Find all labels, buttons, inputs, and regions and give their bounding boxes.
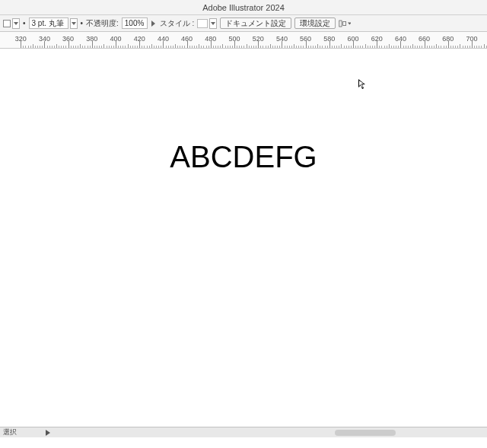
options-bar: • • 不透明度: スタイル : ドキュメント設定 環境設定 [0, 15, 487, 32]
preferences-button[interactable]: 環境設定 [294, 17, 336, 29]
ruler-tick-label: 360 [62, 35, 74, 43]
align-icon [339, 19, 347, 28]
ruler-tick-label: 380 [86, 35, 97, 43]
opacity-label: 不透明度: [86, 18, 119, 29]
fill-swatch-icon [3, 20, 11, 27]
chevron-down-icon [211, 22, 215, 25]
chevron-right-icon [151, 21, 155, 27]
ruler-tick-label: 560 [300, 35, 311, 43]
ruler-tick-label: 620 [371, 35, 383, 43]
ruler-tick-label: 580 [323, 35, 335, 43]
stroke-weight-dropdown[interactable] [70, 18, 78, 29]
ruler-tick-label: 320 [15, 35, 27, 43]
ruler-tick-label: 700 [466, 35, 477, 43]
ruler-tick-label: 440 [158, 35, 169, 43]
svg-rect-0 [339, 20, 342, 26]
status-bar: 選択 [0, 427, 487, 437]
ruler-tick-label: 540 [276, 35, 288, 43]
style-swatch-control[interactable] [197, 18, 217, 29]
bullet-sep: • [23, 19, 26, 27]
ruler-tick-label: 680 [442, 35, 454, 43]
ruler-tick-label: 460 [181, 35, 193, 43]
fill-swatch-control[interactable] [3, 18, 20, 29]
document-setup-button[interactable]: ドキュメント設定 [220, 17, 291, 29]
ruler-tick-label: 520 [253, 35, 264, 43]
stroke-weight-control[interactable] [29, 17, 78, 29]
opacity-popup-chevron[interactable] [151, 18, 157, 29]
ruler-ticks: 3203403603804004204404604805005205405605… [0, 32, 487, 49]
cursor-icon [358, 79, 366, 90]
canvas[interactable]: ABCDEFG [0, 49, 487, 437]
horizontal-ruler[interactable]: 3203403603804004204404604805005205405605… [0, 32, 487, 49]
stroke-weight-field[interactable] [29, 17, 68, 29]
style-swatch-icon [197, 19, 208, 28]
app-title: Adobe Illustrator 2024 [202, 3, 285, 12]
opacity-field[interactable] [122, 17, 148, 29]
ruler-tick-label: 500 [228, 35, 240, 43]
ruler-tick-label: 660 [419, 35, 430, 43]
doc-setup-label: ドキュメント設定 [225, 18, 286, 29]
style-label: スタイル : [160, 18, 195, 29]
ruler-tick-label: 640 [395, 35, 406, 43]
status-play-button[interactable] [46, 430, 53, 436]
ruler-tick-label: 400 [110, 35, 121, 43]
chevron-down-icon [14, 22, 18, 25]
ruler-tick-label: 420 [134, 35, 145, 43]
prefs-label: 環境設定 [300, 18, 330, 29]
chevron-down-icon [72, 22, 76, 25]
play-icon [46, 430, 50, 436]
svg-rect-1 [343, 21, 346, 25]
style-dropdown[interactable] [209, 18, 217, 29]
align-to-control[interactable] [339, 17, 351, 29]
ruler-tick-label: 600 [347, 35, 358, 43]
bullet-sep2: • [81, 19, 84, 27]
status-tool-label: 選択 [3, 427, 41, 437]
ruler-tick-label: 480 [205, 35, 216, 43]
chevron-down-icon [348, 22, 352, 25]
artwork-text[interactable]: ABCDEFG [0, 140, 487, 174]
fill-dropdown[interactable] [12, 18, 20, 29]
work-area: 3203403603804004204404604805005205405605… [0, 32, 487, 437]
window-titlebar: Adobe Illustrator 2024 [0, 0, 487, 15]
ruler-tick-label: 340 [39, 35, 50, 43]
horizontal-scrollbar-thumb[interactable] [335, 430, 396, 436]
